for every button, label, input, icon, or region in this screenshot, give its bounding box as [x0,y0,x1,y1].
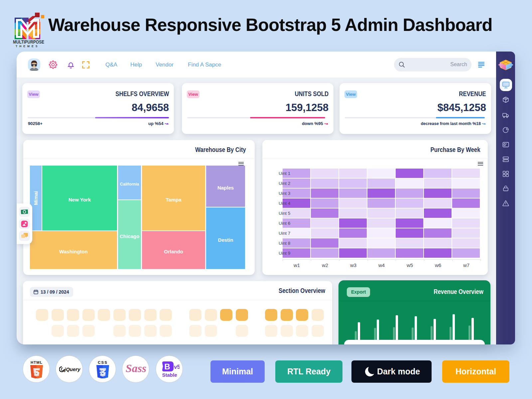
svg-text:HTML: HTML [31,360,43,364]
svg-text:Stable: Stable [162,372,177,378]
svg-text:B: B [164,362,170,371]
svg-text:Sass: Sass [126,363,146,374]
svg-text:jQuery: jQuery [64,366,80,372]
svg-text:MULTIPURPOSE: MULTIPURPOSE [13,39,44,45]
svg-text:CSS: CSS [98,360,108,364]
svg-text:THEMES: THEMES [16,45,39,47]
svg-text:v5: v5 [174,364,180,370]
